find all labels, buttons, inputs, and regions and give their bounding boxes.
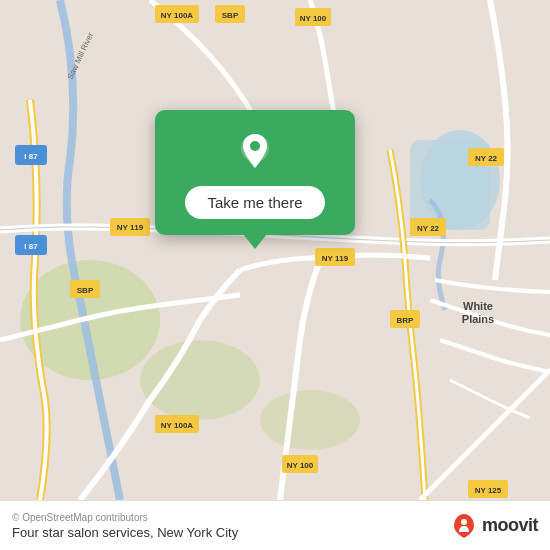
take-me-there-button[interactable]: Take me there bbox=[185, 186, 324, 219]
svg-text:NY 119: NY 119 bbox=[117, 223, 144, 232]
location-pin-icon bbox=[233, 130, 277, 174]
svg-point-41 bbox=[461, 519, 467, 525]
svg-point-3 bbox=[260, 390, 360, 450]
bottom-info: © OpenStreetMap contributors Four star s… bbox=[12, 512, 238, 540]
location-popup[interactable]: Take me there bbox=[155, 110, 355, 235]
map-container: I 87 I 87 NY 119 NY 119 NY 100A NY 100 N… bbox=[0, 0, 550, 500]
svg-text:White: White bbox=[463, 300, 493, 312]
svg-text:Plains: Plains bbox=[462, 313, 494, 325]
bottom-bar: © OpenStreetMap contributors Four star s… bbox=[0, 500, 550, 550]
moovit-logo: moovit bbox=[450, 512, 538, 540]
svg-text:I 87: I 87 bbox=[24, 242, 38, 251]
location-label: Four star salon services, New York City bbox=[12, 525, 238, 540]
moovit-icon bbox=[450, 512, 478, 540]
svg-text:NY 119: NY 119 bbox=[322, 254, 349, 263]
svg-text:SBP: SBP bbox=[222, 11, 239, 20]
svg-text:NY 22: NY 22 bbox=[417, 224, 440, 233]
svg-text:NY 100A: NY 100A bbox=[161, 421, 194, 430]
svg-text:NY 100: NY 100 bbox=[300, 14, 327, 23]
svg-text:NY 100: NY 100 bbox=[287, 461, 314, 470]
svg-text:I 87: I 87 bbox=[24, 152, 38, 161]
svg-point-40 bbox=[250, 141, 260, 151]
svg-text:NY 100A: NY 100A bbox=[161, 11, 194, 20]
svg-point-2 bbox=[140, 340, 260, 420]
map-roads: I 87 I 87 NY 119 NY 119 NY 100A NY 100 N… bbox=[0, 0, 550, 500]
svg-text:NY 22: NY 22 bbox=[475, 154, 498, 163]
svg-text:SBP: SBP bbox=[77, 286, 94, 295]
copyright-text: © OpenStreetMap contributors bbox=[12, 512, 238, 523]
moovit-brand-text: moovit bbox=[482, 515, 538, 536]
svg-text:NY 125: NY 125 bbox=[475, 486, 502, 495]
svg-text:BRP: BRP bbox=[397, 316, 415, 325]
